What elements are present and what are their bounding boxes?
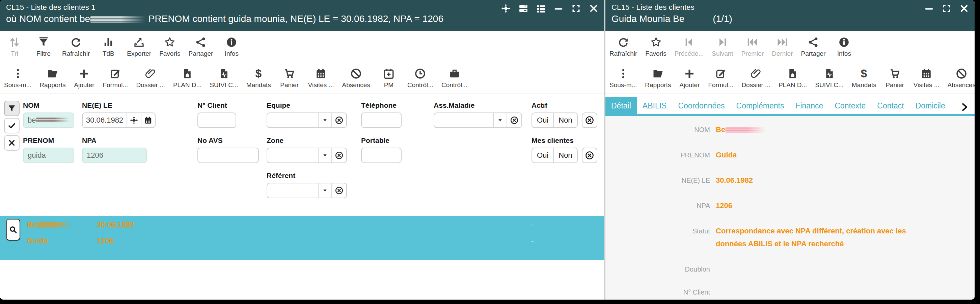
open-record-button[interactable] (6, 219, 20, 240)
clear-filter-button[interactable] (4, 135, 19, 150)
favoris-button[interactable]: Favoris (641, 31, 670, 62)
ajouter-button[interactable]: Ajouter (675, 62, 704, 94)
formulaires-button[interactable]: Formul... (704, 62, 737, 94)
ass-maladie-select[interactable] (434, 113, 493, 127)
clear-icon[interactable] (331, 183, 346, 198)
chevron-down-icon[interactable] (318, 148, 331, 162)
formulaires-button[interactable]: Formul... (99, 62, 132, 94)
actif-non-button[interactable]: Non (553, 113, 577, 127)
tri-button[interactable]: Tri (0, 31, 29, 62)
tdb-button[interactable]: TdB (94, 31, 123, 62)
mes-clientes-field: Mes clientes Oui Non (531, 136, 597, 163)
pm-button[interactable]: PM (374, 62, 403, 94)
rapports-button[interactable]: Rapports (35, 62, 70, 94)
cards-view-button[interactable] (518, 3, 529, 14)
result-row[interactable]: Be 30.06.1982 - Guida 1206 - (0, 216, 604, 260)
tab-detail[interactable]: Détail (605, 97, 637, 114)
zone-select[interactable] (267, 148, 318, 162)
tab-coordonnees[interactable]: Coordonnées (672, 97, 730, 114)
x-icon (8, 139, 16, 147)
partager-button[interactable]: Partager (184, 31, 217, 62)
close-button[interactable] (588, 3, 599, 14)
controle-heures-button[interactable]: Contrôl... (403, 62, 438, 94)
suivi-c-button[interactable]: SUIVI C... (205, 62, 242, 94)
minimize-button[interactable] (553, 3, 564, 14)
clear-icon[interactable] (331, 113, 346, 127)
equipe-select[interactable] (267, 113, 318, 127)
exporter-button[interactable]: Exporter (123, 31, 155, 62)
favoris-button[interactable]: Favoris (155, 31, 184, 62)
portable-input[interactable] (361, 147, 402, 163)
minimize-button[interactable] (923, 3, 935, 14)
mandats-button[interactable]: Mandats (848, 62, 880, 94)
tabs-scroll-right-button[interactable] (960, 102, 971, 114)
actif-clear-button[interactable] (582, 112, 597, 128)
rapports-button[interactable]: Rapports (641, 62, 675, 94)
actif-oui-button[interactable]: Oui (532, 113, 553, 127)
tab-abilis[interactable]: ABILIS (637, 97, 673, 114)
dossier-button[interactable]: Dossier ... (132, 62, 169, 94)
tab-finance[interactable]: Finance (790, 97, 829, 114)
refresh-icon (617, 35, 629, 49)
npa-input[interactable]: 1206 (82, 147, 147, 163)
referent-select[interactable] (267, 183, 318, 198)
ajouter-button[interactable]: Ajouter (70, 62, 99, 94)
n-client-label: N° Client (197, 101, 236, 109)
precedent-button[interactable]: Précéde... (671, 31, 708, 62)
telephone-input[interactable] (361, 112, 402, 128)
sous-menu-button[interactable]: Sous-m... (605, 62, 641, 94)
maximize-button[interactable] (941, 3, 952, 14)
target-icon[interactable] (127, 113, 141, 127)
rafraichir-button[interactable]: Rafraîchir (605, 31, 641, 62)
mes-clientes-non-button[interactable]: Non (553, 148, 577, 162)
close-button[interactable] (958, 3, 970, 14)
share-icon (195, 35, 207, 49)
n-client-input[interactable] (197, 112, 236, 128)
no-avs-input[interactable] (197, 147, 259, 163)
chevron-down-icon[interactable] (318, 113, 331, 127)
validate-filter-button[interactable] (4, 118, 19, 133)
sous-menu-button[interactable]: Sous-m... (0, 62, 35, 94)
mandats-button[interactable]: Mandats (242, 62, 275, 94)
suivi-c-button[interactable]: SUIVI C... (811, 62, 847, 94)
tab-contact[interactable]: Contact (871, 97, 910, 114)
absences-button[interactable]: Absences (943, 62, 975, 94)
ban-icon (955, 67, 967, 80)
suivant-button[interactable]: Suivant (708, 31, 737, 62)
dollar-icon (253, 67, 264, 80)
apply-filter-button[interactable] (4, 101, 19, 116)
controle-mandats-button[interactable]: Contrôl... (438, 62, 471, 94)
plan-d-button[interactable]: PLAN D... (169, 62, 205, 94)
visites-button[interactable]: Visites ... (910, 62, 943, 94)
partager-button[interactable]: Partager (797, 31, 829, 62)
nom-input[interactable]: be (23, 112, 74, 128)
calendar-icon[interactable] (141, 113, 155, 127)
panier-button[interactable]: Panier (880, 62, 910, 94)
maximize-button[interactable] (570, 3, 582, 14)
infos-button[interactable]: Infos (217, 31, 246, 62)
chevron-down-icon[interactable] (493, 113, 506, 127)
tab-complements[interactable]: Compléments (730, 97, 790, 114)
tab-contexte[interactable]: Contexte (829, 97, 871, 114)
prenom-input[interactable]: guida (23, 147, 74, 163)
list-view-button[interactable] (535, 3, 547, 14)
rafraichir-button[interactable]: Rafraîchir (58, 31, 94, 62)
chevron-down-icon[interactable] (318, 183, 331, 198)
ne-le-input[interactable]: 30.06.1982 (83, 113, 127, 127)
cart-icon (283, 67, 296, 80)
visites-button[interactable]: Visites ... (304, 62, 338, 94)
filtre-button[interactable]: Filtre (29, 31, 58, 62)
move-window-button[interactable] (500, 3, 512, 14)
tab-domicile[interactable]: Domicile (910, 97, 951, 114)
mes-clientes-oui-button[interactable]: Oui (532, 148, 553, 162)
premier-button[interactable]: Premier (737, 31, 768, 62)
dernier-button[interactable]: Dernier (768, 31, 797, 62)
dossier-button[interactable]: Dossier ... (737, 62, 775, 94)
absences-button[interactable]: Absences (338, 62, 374, 94)
plan-d-button[interactable]: PLAN D... (775, 62, 811, 94)
mes-clientes-clear-button[interactable] (582, 147, 597, 163)
clear-icon[interactable] (331, 148, 346, 162)
infos-button[interactable]: Infos (829, 31, 859, 62)
clear-icon[interactable] (506, 113, 521, 127)
panier-button[interactable]: Panier (275, 62, 304, 94)
